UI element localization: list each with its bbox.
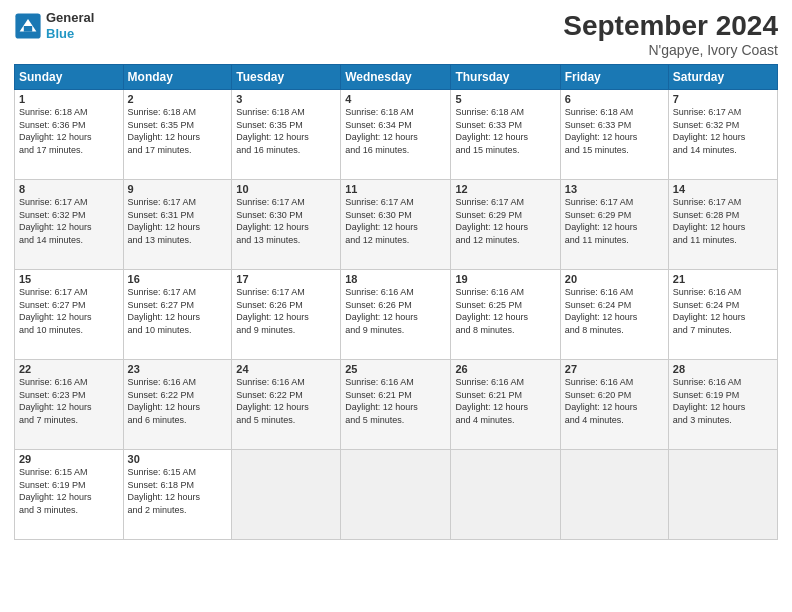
calendar-week-row: 8Sunrise: 6:17 AMSunset: 6:32 PMDaylight…: [15, 180, 778, 270]
day-number: 5: [455, 93, 555, 105]
calendar-cell: 2Sunrise: 6:18 AMSunset: 6:35 PMDaylight…: [123, 90, 232, 180]
logo-line1: General: [46, 10, 94, 26]
day-info: Sunrise: 6:15 AMSunset: 6:19 PMDaylight:…: [19, 466, 119, 516]
day-info: Sunrise: 6:17 AMSunset: 6:31 PMDaylight:…: [128, 196, 228, 246]
day-info: Sunrise: 6:17 AMSunset: 6:28 PMDaylight:…: [673, 196, 773, 246]
calendar-week-row: 1Sunrise: 6:18 AMSunset: 6:36 PMDaylight…: [15, 90, 778, 180]
day-number: 7: [673, 93, 773, 105]
calendar-cell: 5Sunrise: 6:18 AMSunset: 6:33 PMDaylight…: [451, 90, 560, 180]
day-header-wednesday: Wednesday: [341, 65, 451, 90]
day-number: 6: [565, 93, 664, 105]
calendar-cell: 16Sunrise: 6:17 AMSunset: 6:27 PMDayligh…: [123, 270, 232, 360]
day-info: Sunrise: 6:15 AMSunset: 6:18 PMDaylight:…: [128, 466, 228, 516]
calendar-cell: 1Sunrise: 6:18 AMSunset: 6:36 PMDaylight…: [15, 90, 124, 180]
day-info: Sunrise: 6:17 AMSunset: 6:30 PMDaylight:…: [236, 196, 336, 246]
day-number: 1: [19, 93, 119, 105]
calendar-cell: [451, 450, 560, 540]
day-info: Sunrise: 6:17 AMSunset: 6:32 PMDaylight:…: [19, 196, 119, 246]
day-number: 22: [19, 363, 119, 375]
calendar-cell: 6Sunrise: 6:18 AMSunset: 6:33 PMDaylight…: [560, 90, 668, 180]
calendar-week-row: 29Sunrise: 6:15 AMSunset: 6:19 PMDayligh…: [15, 450, 778, 540]
calendar-cell: 15Sunrise: 6:17 AMSunset: 6:27 PMDayligh…: [15, 270, 124, 360]
day-info: Sunrise: 6:16 AMSunset: 6:21 PMDaylight:…: [455, 376, 555, 426]
day-number: 19: [455, 273, 555, 285]
logo-line2: Blue: [46, 26, 94, 42]
day-info: Sunrise: 6:18 AMSunset: 6:35 PMDaylight:…: [236, 106, 336, 156]
day-header-thursday: Thursday: [451, 65, 560, 90]
calendar-cell: 10Sunrise: 6:17 AMSunset: 6:30 PMDayligh…: [232, 180, 341, 270]
logo: General Blue: [14, 10, 94, 41]
calendar-cell: [341, 450, 451, 540]
calendar-header-row: SundayMondayTuesdayWednesdayThursdayFrid…: [15, 65, 778, 90]
day-number: 24: [236, 363, 336, 375]
day-number: 28: [673, 363, 773, 375]
calendar-cell: 29Sunrise: 6:15 AMSunset: 6:19 PMDayligh…: [15, 450, 124, 540]
calendar-cell: 21Sunrise: 6:16 AMSunset: 6:24 PMDayligh…: [668, 270, 777, 360]
day-info: Sunrise: 6:16 AMSunset: 6:21 PMDaylight:…: [345, 376, 446, 426]
day-number: 3: [236, 93, 336, 105]
calendar-week-row: 22Sunrise: 6:16 AMSunset: 6:23 PMDayligh…: [15, 360, 778, 450]
day-info: Sunrise: 6:18 AMSunset: 6:35 PMDaylight:…: [128, 106, 228, 156]
day-info: Sunrise: 6:17 AMSunset: 6:29 PMDaylight:…: [455, 196, 555, 246]
calendar-cell: 27Sunrise: 6:16 AMSunset: 6:20 PMDayligh…: [560, 360, 668, 450]
day-info: Sunrise: 6:16 AMSunset: 6:24 PMDaylight:…: [673, 286, 773, 336]
calendar-cell: [560, 450, 668, 540]
day-info: Sunrise: 6:16 AMSunset: 6:26 PMDaylight:…: [345, 286, 446, 336]
day-info: Sunrise: 6:16 AMSunset: 6:22 PMDaylight:…: [128, 376, 228, 426]
day-number: 23: [128, 363, 228, 375]
svg-rect-2: [24, 26, 32, 32]
day-info: Sunrise: 6:18 AMSunset: 6:36 PMDaylight:…: [19, 106, 119, 156]
day-info: Sunrise: 6:16 AMSunset: 6:25 PMDaylight:…: [455, 286, 555, 336]
day-info: Sunrise: 6:16 AMSunset: 6:19 PMDaylight:…: [673, 376, 773, 426]
calendar-cell: 7Sunrise: 6:17 AMSunset: 6:32 PMDaylight…: [668, 90, 777, 180]
day-number: 25: [345, 363, 446, 375]
calendar-cell: [232, 450, 341, 540]
day-number: 30: [128, 453, 228, 465]
day-number: 29: [19, 453, 119, 465]
day-info: Sunrise: 6:18 AMSunset: 6:34 PMDaylight:…: [345, 106, 446, 156]
day-number: 16: [128, 273, 228, 285]
day-info: Sunrise: 6:17 AMSunset: 6:32 PMDaylight:…: [673, 106, 773, 156]
calendar-title: September 2024: [563, 10, 778, 42]
day-number: 4: [345, 93, 446, 105]
calendar-cell: 22Sunrise: 6:16 AMSunset: 6:23 PMDayligh…: [15, 360, 124, 450]
calendar-cell: 24Sunrise: 6:16 AMSunset: 6:22 PMDayligh…: [232, 360, 341, 450]
calendar-cell: 18Sunrise: 6:16 AMSunset: 6:26 PMDayligh…: [341, 270, 451, 360]
day-number: 13: [565, 183, 664, 195]
day-number: 17: [236, 273, 336, 285]
day-header-sunday: Sunday: [15, 65, 124, 90]
calendar-cell: 26Sunrise: 6:16 AMSunset: 6:21 PMDayligh…: [451, 360, 560, 450]
day-header-tuesday: Tuesday: [232, 65, 341, 90]
day-header-monday: Monday: [123, 65, 232, 90]
day-header-friday: Friday: [560, 65, 668, 90]
calendar-week-row: 15Sunrise: 6:17 AMSunset: 6:27 PMDayligh…: [15, 270, 778, 360]
calendar-cell: 12Sunrise: 6:17 AMSunset: 6:29 PMDayligh…: [451, 180, 560, 270]
calendar-cell: 30Sunrise: 6:15 AMSunset: 6:18 PMDayligh…: [123, 450, 232, 540]
day-info: Sunrise: 6:17 AMSunset: 6:30 PMDaylight:…: [345, 196, 446, 246]
calendar-cell: 17Sunrise: 6:17 AMSunset: 6:26 PMDayligh…: [232, 270, 341, 360]
day-header-saturday: Saturday: [668, 65, 777, 90]
calendar-cell: 25Sunrise: 6:16 AMSunset: 6:21 PMDayligh…: [341, 360, 451, 450]
logo-text: General Blue: [46, 10, 94, 41]
day-number: 15: [19, 273, 119, 285]
calendar-cell: 3Sunrise: 6:18 AMSunset: 6:35 PMDaylight…: [232, 90, 341, 180]
calendar-cell: 23Sunrise: 6:16 AMSunset: 6:22 PMDayligh…: [123, 360, 232, 450]
day-number: 26: [455, 363, 555, 375]
calendar-cell: [668, 450, 777, 540]
day-info: Sunrise: 6:17 AMSunset: 6:26 PMDaylight:…: [236, 286, 336, 336]
day-number: 9: [128, 183, 228, 195]
day-number: 10: [236, 183, 336, 195]
day-info: Sunrise: 6:18 AMSunset: 6:33 PMDaylight:…: [455, 106, 555, 156]
day-number: 21: [673, 273, 773, 285]
calendar-cell: 14Sunrise: 6:17 AMSunset: 6:28 PMDayligh…: [668, 180, 777, 270]
title-block: September 2024 N'gapye, Ivory Coast: [563, 10, 778, 58]
calendar-cell: 11Sunrise: 6:17 AMSunset: 6:30 PMDayligh…: [341, 180, 451, 270]
day-number: 8: [19, 183, 119, 195]
calendar-cell: 19Sunrise: 6:16 AMSunset: 6:25 PMDayligh…: [451, 270, 560, 360]
day-info: Sunrise: 6:16 AMSunset: 6:20 PMDaylight:…: [565, 376, 664, 426]
day-number: 2: [128, 93, 228, 105]
logo-icon: [14, 12, 42, 40]
calendar-cell: 8Sunrise: 6:17 AMSunset: 6:32 PMDaylight…: [15, 180, 124, 270]
calendar-cell: 13Sunrise: 6:17 AMSunset: 6:29 PMDayligh…: [560, 180, 668, 270]
calendar-cell: 4Sunrise: 6:18 AMSunset: 6:34 PMDaylight…: [341, 90, 451, 180]
